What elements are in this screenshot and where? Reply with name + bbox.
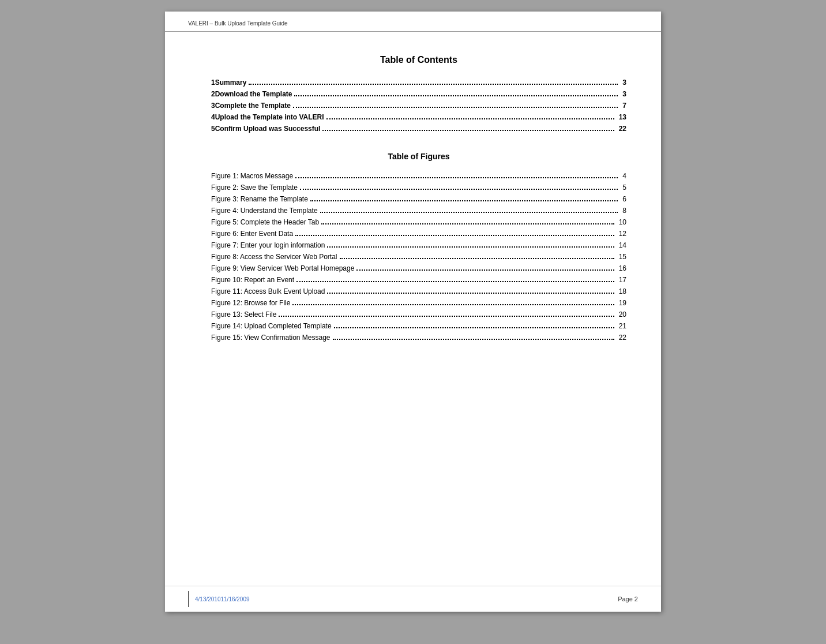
toc-heading: Table of Contents <box>211 55 626 65</box>
footer-divider <box>188 591 189 607</box>
toc-entry: Summary 3 <box>215 77 626 88</box>
toc-dots <box>294 95 618 96</box>
toc-number: 3 <box>211 100 215 111</box>
table-of-figures: Figure 1: Macros Message 4 Figure 2: Sav… <box>211 170 626 343</box>
toc-label: Complete the Template <box>215 102 291 110</box>
figure-entry: Figure 13: Select File 20 <box>211 309 626 320</box>
toc-number: 4 <box>211 111 215 123</box>
toc-page: 22 <box>617 125 626 133</box>
figure-label: Figure 14: Upload Completed Template <box>211 322 332 330</box>
figure-label: Figure 1: Macros Message <box>211 172 293 180</box>
figure-row: Figure 7: Enter your login information 1… <box>211 239 626 251</box>
page-content: Table of Contents 1 Summary 3 2 Download… <box>165 32 661 378</box>
toc-label: Confirm Upload was Successful <box>215 125 321 133</box>
figure-dots <box>310 200 618 201</box>
figure-entry: Figure 8: Access the Servicer Web Portal… <box>211 251 626 263</box>
figure-page: 10 <box>617 218 626 226</box>
footer-left: 4/13/20101​1/16/2009 <box>188 591 250 607</box>
figure-page: 15 <box>617 253 626 261</box>
figure-dots <box>292 304 614 305</box>
figure-label: Figure 6: Enter Event Data <box>211 230 293 238</box>
document-title: VALERI – Bulk Upload Template Guide <box>188 20 288 27</box>
page-header: VALERI – Bulk Upload Template Guide <box>165 12 661 32</box>
figure-entry: Figure 12: Browse for File 19 <box>211 297 626 309</box>
toc-dots <box>322 130 614 131</box>
figure-row: Figure 8: Access the Servicer Web Portal… <box>211 251 626 263</box>
figure-entry: Figure 5: Complete the Header Tab 10 <box>211 216 626 228</box>
toc-dots <box>249 84 618 85</box>
figure-entry: Figure 7: Enter your login information 1… <box>211 239 626 251</box>
figure-dots <box>296 281 614 282</box>
figure-label: Figure 10: Report an Event <box>211 276 294 284</box>
figure-label: Figure 13: Select File <box>211 310 276 319</box>
figure-row: Figure 2: Save the Template 5 <box>211 182 626 193</box>
figure-row: Figure 13: Select File 20 <box>211 309 626 320</box>
figure-entry: Figure 15: View Confirmation Message 22 <box>211 332 626 343</box>
toc-number: 2 <box>211 88 215 100</box>
figure-page: 16 <box>617 264 626 272</box>
figure-entry: Figure 6: Enter Event Data 12 <box>211 228 626 239</box>
figure-page: 20 <box>617 310 626 319</box>
toc-label: Download the Template <box>215 90 292 98</box>
figure-dots <box>295 177 618 178</box>
figure-page: 5 <box>620 184 626 192</box>
figure-dots <box>321 223 614 224</box>
footer-page-number: Page 2 <box>618 596 638 602</box>
figures-heading: Table of Figures <box>211 152 626 161</box>
figure-entry: Figure 3: Rename the Template 6 <box>211 193 626 205</box>
figure-dots <box>334 327 614 328</box>
figure-row: Figure 11: Access Bulk Event Upload 18 <box>211 286 626 297</box>
figure-label: Figure 5: Complete the Header Tab <box>211 218 319 226</box>
figure-dots <box>327 246 614 248</box>
figure-dots <box>356 269 614 271</box>
figure-row: Figure 4: Understand the Template 8 <box>211 205 626 216</box>
figure-dots <box>320 212 618 213</box>
figure-dots <box>300 189 618 190</box>
toc-page: 13 <box>617 113 626 121</box>
footer-date: 4/13/20101​1/16/2009 <box>195 596 250 602</box>
toc-dots <box>326 118 614 119</box>
toc-label: Upload the Template into VALERI <box>215 113 324 121</box>
toc-entry: Complete the Template 7 <box>215 100 626 111</box>
figure-row: Figure 1: Macros Message 4 <box>211 170 626 182</box>
figure-row: Figure 14: Upload Completed Template 21 <box>211 320 626 332</box>
toc-page: 7 <box>620 102 626 110</box>
figure-label: Figure 3: Rename the Template <box>211 195 308 203</box>
figure-entry: Figure 14: Upload Completed Template 21 <box>211 320 626 332</box>
figure-label: Figure 9: View Servicer Web Portal Homep… <box>211 264 354 272</box>
toc-number: 1 <box>211 77 215 88</box>
figure-entry: Figure 1: Macros Message 4 <box>211 170 626 182</box>
figure-page: 8 <box>620 207 626 215</box>
toc-row: 1 Summary 3 <box>211 77 626 88</box>
figure-row: Figure 15: View Confirmation Message 22 <box>211 332 626 343</box>
table-of-contents: 1 Summary 3 2 Download the Template 3 3 <box>211 77 626 134</box>
toc-page: 3 <box>620 78 626 87</box>
figure-page: 4 <box>620 172 626 180</box>
figure-label: Figure 2: Save the Template <box>211 184 298 192</box>
figure-dots <box>295 235 614 236</box>
figure-page: 21 <box>617 322 626 330</box>
toc-row: 2 Download the Template 3 <box>211 88 626 100</box>
toc-row: 3 Complete the Template 7 <box>211 100 626 111</box>
figure-dots <box>279 316 614 317</box>
figure-label: Figure 11: Access Bulk Event Upload <box>211 287 325 295</box>
figure-row: Figure 10: Report an Event 17 <box>211 274 626 286</box>
figure-page: 17 <box>617 276 626 284</box>
figure-page: 6 <box>620 195 626 203</box>
figure-row: Figure 5: Complete the Header Tab 10 <box>211 216 626 228</box>
figure-dots <box>327 293 614 294</box>
figure-label: Figure 8: Access the Servicer Web Portal <box>211 253 337 261</box>
toc-entry: Download the Template 3 <box>215 88 626 100</box>
figure-page: 19 <box>617 299 626 307</box>
toc-entry: Confirm Upload was Successful 22 <box>215 123 626 134</box>
toc-dots <box>293 107 618 108</box>
figure-entry: Figure 11: Access Bulk Event Upload 18 <box>211 286 626 297</box>
toc-number: 5 <box>211 123 215 134</box>
toc-page: 3 <box>620 90 626 98</box>
figure-entry: Figure 10: Report an Event 17 <box>211 274 626 286</box>
figure-label: Figure 12: Browse for File <box>211 299 290 307</box>
toc-row: 4 Upload the Template into VALERI 13 <box>211 111 626 123</box>
figure-row: Figure 12: Browse for File 19 <box>211 297 626 309</box>
figure-label: Figure 7: Enter your login information <box>211 241 325 249</box>
figure-label: Figure 4: Understand the Template <box>211 207 318 215</box>
